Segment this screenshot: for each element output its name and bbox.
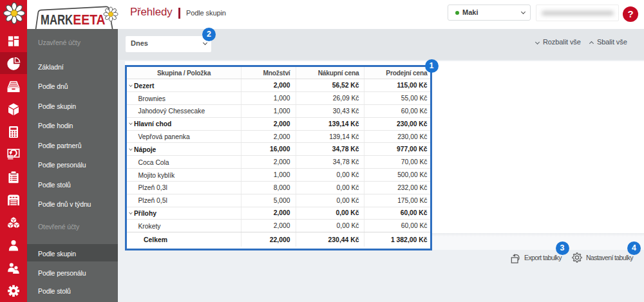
svg-text:MARK: MARK <box>41 12 73 28</box>
svg-text:EETA: EETA <box>73 12 105 28</box>
